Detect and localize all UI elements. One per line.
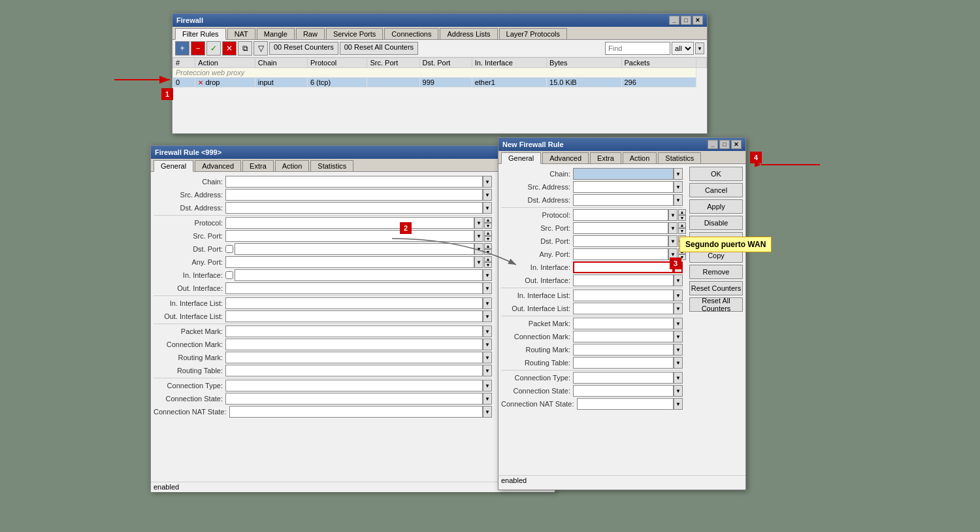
out-interface-input[interactable] (225, 282, 483, 294)
rule-tab-general[interactable]: General (154, 160, 193, 172)
new-conn-mark-input[interactable] (573, 331, 674, 342)
new-src-port-down[interactable]: ▼ (678, 228, 686, 234)
new-protocol-input[interactable]: 6 (tcp) (573, 209, 668, 221)
out-if-arrow[interactable]: ▼ (483, 282, 492, 294)
new-conn-state-arrow[interactable]: ▼ (674, 385, 683, 397)
new-reset-all-counters-btn[interactable]: Reset All Counters (689, 297, 743, 312)
src-addr-arrow[interactable]: ▼ (483, 189, 492, 201)
new-packet-mark-input[interactable] (573, 318, 674, 329)
protocol-up[interactable]: ▲ (484, 217, 492, 223)
conn-nat-arrow[interactable]: ▼ (483, 406, 492, 418)
conn-mark-input[interactable] (225, 339, 483, 350)
packet-mark-arrow[interactable]: ▼ (483, 325, 492, 337)
new-disable-btn[interactable]: Disable (689, 216, 743, 230)
conn-type-arrow[interactable]: ▼ (483, 380, 492, 391)
new-ok-btn[interactable]: OK (689, 167, 743, 181)
new-conn-type-input[interactable] (573, 372, 674, 384)
in-if-list-input[interactable] (225, 297, 483, 309)
new-rule-minimize[interactable]: _ (708, 140, 718, 149)
maximize-btn[interactable]: □ (681, 16, 691, 25)
tab-nat[interactable]: NAT (227, 28, 255, 39)
new-dst-addr-input[interactable] (573, 194, 674, 206)
new-remove-btn[interactable]: Remove (689, 265, 743, 279)
dst-port-checkbox[interactable] (225, 245, 233, 253)
rule-tab-advanced[interactable]: Advanced (195, 160, 241, 171)
chain-input[interactable]: input (225, 176, 483, 188)
new-out-if-arrow[interactable]: ▼ (674, 274, 683, 286)
protocol-arrow[interactable]: ▼ (474, 217, 483, 229)
conn-mark-arrow[interactable]: ▼ (483, 339, 492, 350)
add-btn[interactable]: + (175, 41, 189, 56)
new-rule-tab-extra[interactable]: Extra (590, 152, 621, 163)
rule-tab-action[interactable]: Action (275, 160, 310, 171)
tab-mangle[interactable]: Mangle (257, 28, 295, 39)
new-src-port-up[interactable]: ▲ (678, 222, 686, 228)
conn-state-arrow[interactable]: ▼ (483, 393, 492, 405)
table-row[interactable]: 0 ✕ drop input 6 (tcp) 999 ether1 15.0 K… (173, 78, 707, 88)
enable-btn[interactable]: ✓ (206, 41, 221, 56)
new-src-port-arrow[interactable]: ▼ (668, 222, 678, 234)
tab-connections[interactable]: Connections (384, 28, 438, 39)
new-in-interface-input[interactable]: ether2 (573, 261, 674, 273)
new-rule-tab-action[interactable]: Action (623, 152, 657, 163)
new-reset-counters-btn[interactable]: Reset Counters (689, 281, 743, 295)
new-src-addr-input[interactable] (573, 181, 674, 193)
routing-mark-arrow[interactable]: ▼ (483, 352, 492, 363)
routing-table-arrow[interactable]: ▼ (483, 365, 492, 376)
new-rule-tab-general[interactable]: General (501, 152, 541, 164)
new-apply-btn[interactable]: Apply (689, 199, 743, 214)
filter-btn[interactable]: ▽ (253, 41, 268, 56)
new-out-if-list-input[interactable] (573, 303, 674, 314)
new-routing-mark-arrow[interactable]: ▼ (674, 344, 683, 356)
reset-all-counters-btn[interactable]: 00 Reset All Counters (340, 42, 418, 55)
new-protocol-arrow[interactable]: ▼ (668, 209, 678, 221)
tab-raw[interactable]: Raw (296, 28, 325, 39)
new-conn-mark-arrow[interactable]: ▼ (674, 331, 683, 342)
dst-addr-arrow[interactable]: ▼ (483, 202, 492, 214)
new-in-if-list-arrow[interactable]: ▼ (674, 290, 683, 301)
new-in-if-list-input[interactable] (573, 290, 674, 301)
tab-service-ports[interactable]: Service Ports (326, 28, 383, 39)
src-address-input[interactable] (225, 189, 483, 201)
tab-address-lists[interactable]: Address Lists (440, 28, 497, 39)
find-arrow-btn[interactable]: ▼ (695, 42, 704, 54)
conn-state-input[interactable] (225, 393, 483, 405)
new-rule-close[interactable]: ✕ (731, 140, 742, 149)
new-conn-nat-state-input[interactable] (577, 398, 674, 410)
new-any-port-input[interactable] (573, 248, 668, 260)
new-conn-type-arrow[interactable]: ▼ (674, 372, 683, 384)
new-routing-table-input[interactable] (573, 357, 674, 369)
new-conn-state-input[interactable] (573, 385, 674, 397)
rule-tab-statistics[interactable]: Statistics (310, 160, 353, 171)
chain-arrow[interactable]: ▼ (483, 176, 492, 188)
delete-btn[interactable]: − (191, 41, 205, 56)
new-protocol-down[interactable]: ▼ (678, 215, 686, 221)
table-row[interactable]: Proteccion web proxy (173, 68, 707, 78)
new-dst-port-input[interactable]: 999 (573, 235, 668, 247)
new-out-if-input[interactable] (573, 274, 674, 286)
new-rule-tab-statistics[interactable]: Statistics (658, 152, 701, 163)
new-packet-mark-arrow[interactable]: ▼ (674, 318, 683, 329)
out-if-list-arrow[interactable]: ▼ (483, 310, 492, 322)
minimize-btn[interactable]: _ (669, 16, 679, 25)
disable-btn[interactable]: ✕ (222, 41, 237, 56)
new-dst-addr-arrow[interactable]: ▼ (674, 194, 683, 206)
in-if-list-arrow[interactable]: ▼ (483, 297, 492, 309)
rule-tab-extra[interactable]: Extra (242, 160, 274, 171)
in-if-checkbox[interactable] (225, 271, 233, 279)
protocol-input[interactable]: 6 (tcp) (225, 217, 474, 229)
protocol-down[interactable]: ▼ (484, 223, 492, 229)
new-rule-tab-advanced[interactable]: Advanced (542, 152, 589, 163)
routing-table-input[interactable] (225, 365, 483, 376)
new-conn-nat-arrow[interactable]: ▼ (674, 398, 683, 410)
new-out-if-list-arrow[interactable]: ▼ (674, 303, 683, 314)
new-dst-port-arrow[interactable]: ▼ (668, 235, 678, 247)
tab-filter-rules[interactable]: Filter Rules (175, 28, 226, 40)
new-cancel-btn[interactable]: Cancel (689, 183, 743, 197)
new-rule-maximize[interactable]: □ (719, 140, 730, 149)
new-chain-input[interactable]: input (573, 168, 674, 180)
reset-counters-btn[interactable]: 00 Reset Counters (269, 42, 338, 55)
packet-mark-input[interactable] (225, 325, 483, 337)
new-chain-arrow[interactable]: ▼ (674, 168, 683, 180)
out-if-list-input[interactable] (225, 310, 483, 322)
